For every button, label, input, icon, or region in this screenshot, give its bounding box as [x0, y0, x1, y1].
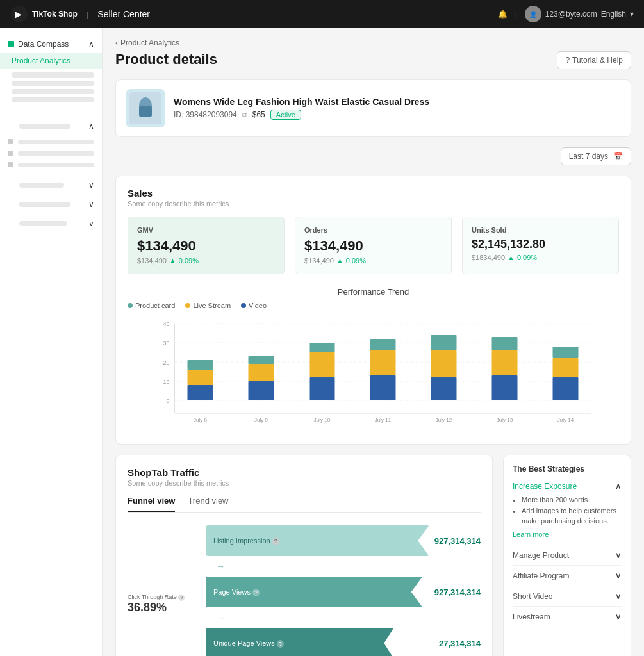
pageviews-value: 927,314,314 [434, 587, 481, 597]
funnel-row-1: Listing Impression ? 927,314,314 [206, 525, 481, 556]
tutorial-help-button[interactable]: ? Tutorial & Help [557, 51, 631, 69]
sidebar-section-data-compass: Data Compass ∧ Product Analytics [0, 36, 102, 111]
svg-rect-43 [553, 347, 579, 358]
sidebar-item-product-analytics[interactable]: Product Analytics [0, 53, 102, 69]
tab-trend-view[interactable]: Trend view [188, 496, 228, 512]
funnel-tabs: Funnel view Trend view [128, 496, 481, 512]
breadcrumb: ‹ Product Analytics [115, 38, 631, 47]
tab-funnel-view[interactable]: Funnel view [128, 496, 175, 512]
product-info: Womens Wide Leg Fashion High Waist Elast… [174, 97, 620, 120]
sidebar-group-header-2[interactable]: ∧ [0, 117, 102, 136]
chart-section: Performance Trend Product card Live Stre… [128, 287, 619, 432]
svg-rect-29 [370, 375, 396, 400]
sidebar-group-item-1[interactable] [0, 136, 102, 147]
legend-video: Video [241, 302, 267, 309]
chart-legend: Product card Live Stream Video [128, 302, 619, 309]
units-label: Units Sold [472, 226, 609, 234]
strategy-header-short-video[interactable]: Short Video ∨ [513, 591, 622, 601]
sidebar-group-header-3[interactable]: ∨ [0, 176, 102, 195]
shoptab-card: ShopTab Traffic Some copy describe this … [115, 455, 493, 656]
chevron-down-icon-4: ∨ [88, 200, 94, 209]
chevron-down-icon-3: ∨ [88, 181, 94, 190]
metric-card-units: Units Sold $2,145,132.80 $1834,490 ▲ 0.0… [462, 217, 619, 274]
product-image [126, 89, 165, 127]
svg-rect-35 [431, 335, 457, 350]
funnel-bar-pageviews: Page Views ? [206, 577, 429, 607]
funnel-arrow-2: → [216, 612, 225, 623]
units-sub-value: $1834,490 [472, 254, 505, 261]
sales-title: Sales [128, 188, 619, 199]
strategy-header-increase-exposure[interactable]: Increase Exposure ∧ [513, 481, 622, 491]
chart-title: Performance Trend [128, 287, 619, 297]
nav-divider2: | [515, 10, 517, 19]
language-selector[interactable]: English [601, 10, 626, 19]
strategies-card: The Best Strategies Increase Exposure ∧ … [503, 455, 631, 656]
orders-value: $134,490 [304, 238, 442, 254]
sales-subtitle: Some copy describe this metrics [128, 200, 619, 208]
chevron-down-icon-5: ∨ [88, 219, 94, 228]
unique-bar: Unique Page Views ? [206, 628, 400, 656]
legend-dot-video [241, 303, 246, 308]
strategy-header-livestream[interactable]: Livestream ∨ [513, 612, 622, 621]
date-filter[interactable]: Last 7 days 📅 [561, 147, 631, 165]
metric-card-gmv: GMV $134,490 $134,490 ▲ 0.09% [128, 217, 285, 274]
sidebar-group-header-4[interactable]: ∨ [0, 195, 102, 214]
svg-text:July 13: July 13 [497, 417, 513, 423]
strategy-header-manage-product[interactable]: Manage Product ∨ [513, 550, 622, 560]
unique-info: ? [277, 640, 284, 648]
listing-bar: Listing Impression ? [206, 525, 429, 556]
sidebar-section-2: ∧ [0, 117, 102, 170]
svg-text:20: 20 [163, 359, 169, 366]
ctr-value-area: Click Through Rate ? 36.89% [128, 589, 198, 619]
arrow-2: → [206, 612, 481, 623]
bell-icon[interactable]: 🔔 [498, 10, 508, 19]
svg-text:July 8: July 8 [194, 417, 207, 423]
product-meta: ID: 398482093094 ⧉ $65 Active [174, 110, 620, 120]
chevron-down-icon-short-video: ∨ [615, 591, 622, 601]
sidebar-placeholder-1 [12, 72, 94, 78]
copy-icon[interactable]: ⧉ [242, 111, 247, 119]
svg-rect-21 [249, 381, 274, 400]
breadcrumb-parent[interactable]: Product Analytics [120, 38, 179, 47]
orders-sub-value: $134,490 [304, 257, 334, 265]
strategy-label-livestream: Livestream [513, 612, 550, 621]
orders-sub: $134,490 ▲ 0.09% [304, 257, 442, 265]
strategy-label-short-video: Short Video [513, 592, 553, 601]
sidebar-group-item-3[interactable] [0, 159, 102, 170]
status-badge: Active [270, 110, 301, 120]
sidebar-data-compass[interactable]: Data Compass ∧ [0, 36, 102, 53]
sidebar-group-header-5[interactable]: ∨ [0, 214, 102, 233]
sidebar-ph-item-2 [18, 151, 94, 156]
learn-more-link[interactable]: Learn more [513, 529, 622, 540]
ph3 [19, 183, 64, 188]
sidebar-ph-item-3 [18, 163, 94, 167]
pageviews-label: Page Views ? [213, 588, 260, 596]
user-info[interactable]: 👤 123@byte.com English ▾ [525, 6, 634, 22]
gmv-label: GMV [137, 226, 275, 234]
nav-divider: | [87, 10, 88, 19]
strategy-content-increase-exposure: More than 200 words. Add images to help … [513, 495, 622, 539]
dot-icon [8, 139, 13, 144]
units-value: $2,145,132.80 [472, 238, 609, 251]
unique-value: 27,314,314 [439, 639, 481, 648]
chevron-up-icon-2: ∧ [88, 122, 94, 131]
top-nav: ▶ TikTok Shop | Seller Center 🔔 | 👤 123@… [0, 0, 644, 28]
sidebar: Data Compass ∧ Product Analytics ∧ [0, 28, 103, 656]
svg-rect-26 [310, 352, 335, 377]
svg-rect-17 [188, 385, 213, 400]
svg-rect-39 [492, 337, 518, 350]
sidebar-ph-item [18, 140, 94, 144]
shoptab-title: ShopTab Traffic [128, 467, 481, 478]
sidebar-group-item-2[interactable] [0, 147, 102, 159]
svg-rect-25 [310, 377, 335, 400]
ph4 [19, 202, 70, 207]
gmv-up-icon: ▲ [169, 257, 176, 265]
date-filter-label: Last 7 days [569, 152, 608, 161]
chart-svg: 40 30 20 10 0 July 8 [128, 317, 619, 432]
gmv-sub: $134,490 ▲ 0.09% [137, 257, 275, 265]
date-filter-row: Last 7 days 📅 [115, 147, 631, 165]
strategy-header-affiliate[interactable]: Affiliate Program ∨ [513, 571, 622, 580]
product-price: $65 [252, 110, 265, 119]
avatar: 👤 [525, 6, 541, 22]
gmv-sub-value: $134,490 [137, 257, 167, 265]
